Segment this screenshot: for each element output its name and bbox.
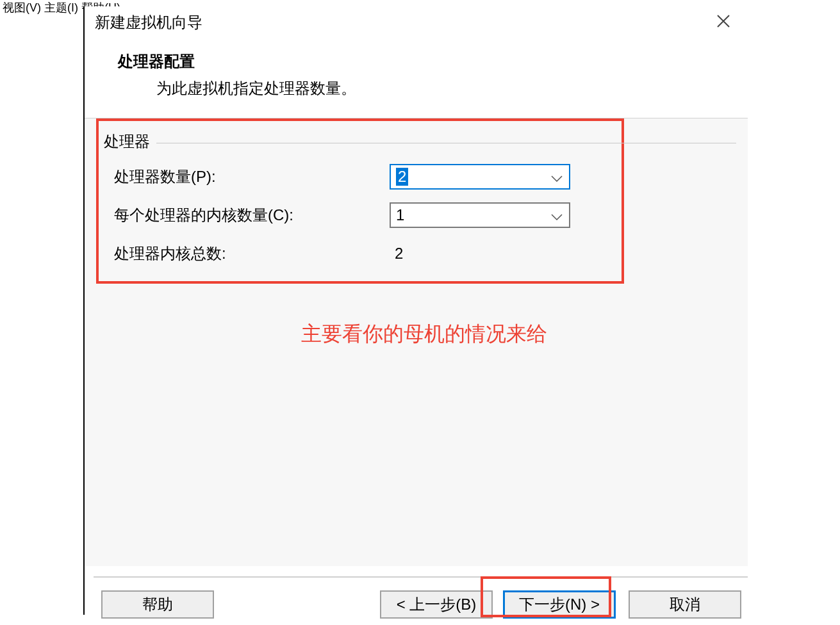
total-cores-row: 处理器内核总数: 2 bbox=[114, 240, 736, 267]
chevron-down-icon bbox=[551, 168, 563, 186]
wizard-button-bar: 帮助 < 上一步(B) 下一步(N) > 取消 bbox=[94, 576, 748, 615]
fieldset-divider bbox=[156, 143, 736, 143]
processor-count-row: 处理器数量(P): 2 bbox=[114, 163, 736, 190]
processor-count-label: 处理器数量(P): bbox=[114, 166, 390, 187]
help-button[interactable]: 帮助 bbox=[101, 590, 214, 619]
fieldset-legend: 处理器 bbox=[104, 131, 736, 152]
dialog-title: 新建虚拟机向导 bbox=[95, 12, 202, 33]
cores-per-processor-row: 每个处理器的内核数量(C): 1 bbox=[114, 202, 736, 229]
chevron-down-icon bbox=[551, 206, 563, 224]
cores-per-processor-label: 每个处理器的内核数量(C): bbox=[114, 205, 390, 225]
cancel-button[interactable]: 取消 bbox=[629, 590, 741, 619]
total-cores-label: 处理器内核总数: bbox=[114, 243, 390, 264]
annotation-text: 主要看你的母机的情况来给 bbox=[301, 320, 547, 348]
cores-per-processor-combobox[interactable]: 1 bbox=[390, 202, 570, 228]
close-icon[interactable] bbox=[711, 12, 736, 33]
new-vm-wizard-dialog: 新建虚拟机向导 处理器配置 为此虚拟机指定处理器数量。 处理器 处理器数量(P)… bbox=[83, 6, 748, 615]
page-title: 处理器配置 bbox=[118, 51, 748, 72]
next-button[interactable]: 下一步(N) > bbox=[503, 590, 616, 619]
cores-per-processor-value: 1 bbox=[396, 206, 404, 224]
processor-fieldset: 处理器 处理器数量(P): 2 每个处理器的内核数量(C): 1 bbox=[96, 118, 736, 267]
wizard-header: 处理器配置 为此虚拟机指定处理器数量。 bbox=[85, 38, 748, 118]
processor-count-combobox[interactable]: 2 bbox=[390, 164, 570, 190]
processor-count-value: 2 bbox=[396, 168, 408, 186]
page-subtitle: 为此虚拟机指定处理器数量。 bbox=[156, 78, 748, 99]
total-cores-value: 2 bbox=[390, 245, 403, 263]
back-button[interactable]: < 上一步(B) bbox=[380, 590, 493, 619]
dialog-titlebar: 新建虚拟机向导 bbox=[85, 6, 748, 38]
content-area: 处理器 处理器数量(P): 2 每个处理器的内核数量(C): 1 bbox=[85, 118, 748, 566]
